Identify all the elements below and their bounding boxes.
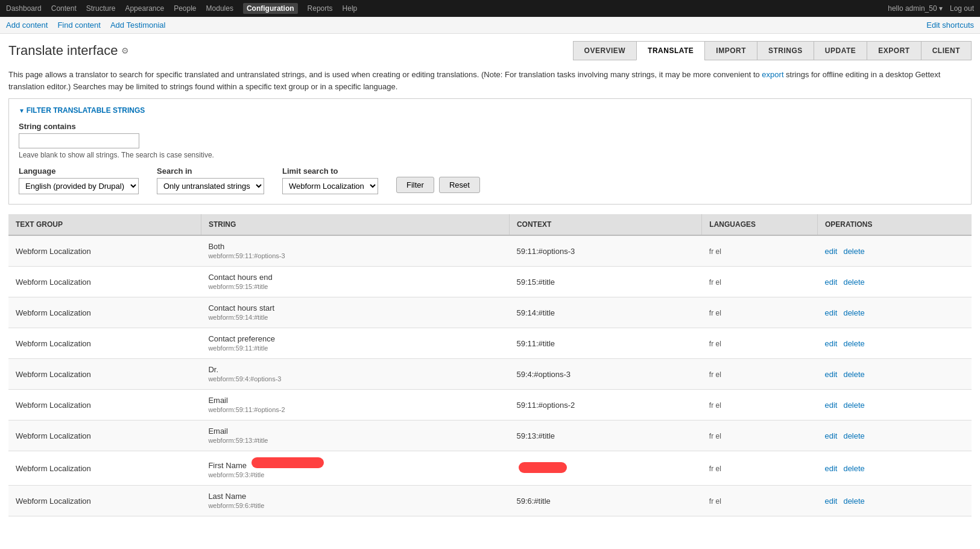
table-row: Webform LocalizationFirst Name webform:5…	[8, 451, 972, 486]
delete-link[interactable]: delete	[843, 308, 864, 317]
strings-table: TEXT GROUP STRING CONTEXT LANGUAGES OPER…	[8, 214, 972, 516]
edit-link[interactable]: edit	[824, 401, 837, 410]
string-main: Last Name	[208, 492, 246, 501]
cell-textgroup: Webform Localization	[8, 267, 201, 297]
string-sub: webform:59:15:#title	[208, 283, 268, 290]
string-main: Both	[208, 242, 224, 251]
tab-translate[interactable]: TRANSLATE	[636, 41, 704, 60]
edit-link[interactable]: edit	[824, 308, 837, 317]
edit-link[interactable]: edit	[824, 464, 837, 473]
string-sub: webform:59:6:#title	[208, 502, 264, 509]
edit-link[interactable]: edit	[824, 431, 837, 440]
filter-section-title[interactable]: FILTER TRANSLATABLE STRINGS	[19, 106, 961, 115]
language-select[interactable]: English (provided by Drupal) French	[19, 178, 139, 194]
delete-link[interactable]: delete	[843, 339, 864, 348]
cell-string: Dr.webform:59:4:#options-3	[201, 359, 509, 390]
edit-link[interactable]: edit	[824, 278, 837, 287]
cell-string: Bothwebform:59:11:#options-3	[201, 235, 509, 267]
table-row: Webform LocalizationLast Namewebform:59:…	[8, 486, 972, 516]
admin-bar-help[interactable]: Help	[343, 4, 358, 13]
tab-overview[interactable]: OVERVIEW	[573, 41, 636, 60]
cell-operations: editdelete	[817, 451, 972, 486]
string-contains-label: String contains	[19, 122, 961, 131]
search-in-label: Search in	[157, 167, 264, 176]
cell-textgroup: Webform Localization	[8, 486, 201, 516]
tab-strings[interactable]: STRINGS	[757, 41, 814, 60]
table-row: Webform LocalizationContact hours startw…	[8, 297, 972, 328]
page-description: This page allows a translator to search …	[0, 60, 980, 98]
edit-shortcuts-link[interactable]: Edit shortcuts	[926, 21, 974, 30]
cell-languages: fr el	[702, 486, 818, 516]
limit-search-select[interactable]: Webform Localization All text groups	[282, 178, 378, 194]
string-contains-input[interactable]	[19, 133, 139, 148]
admin-bar-dashboard[interactable]: Dashboard	[6, 4, 42, 13]
table-row: Webform LocalizationEmailwebform:59:11:#…	[8, 390, 972, 420]
edit-link[interactable]: edit	[824, 370, 837, 379]
lang-tags: fr el	[709, 497, 721, 506]
string-sub: webform:59:13:#title	[208, 437, 268, 444]
admin-bar-configuration[interactable]: Configuration	[243, 3, 298, 14]
add-testimonial-link[interactable]: Add Testimonial	[110, 21, 166, 30]
tab-export[interactable]: EXPORT	[867, 41, 920, 60]
string-sub: webform:59:14:#title	[208, 314, 268, 321]
gear-icon[interactable]: ⚙	[121, 46, 129, 56]
cell-operations: editdelete	[817, 420, 972, 451]
filter-buttons: Filter Reset	[396, 177, 480, 194]
edit-link[interactable]: edit	[824, 339, 837, 348]
delete-link[interactable]: delete	[843, 370, 864, 379]
tab-import[interactable]: IMPORT	[704, 41, 757, 60]
edit-link[interactable]: edit	[824, 247, 837, 256]
tab-client[interactable]: CLIENT	[921, 41, 972, 60]
lang-tags: fr el	[709, 247, 721, 256]
cell-textgroup: Webform Localization	[8, 328, 201, 359]
cell-operations: editdelete	[817, 297, 972, 328]
page-header: Translate interface ⚙ OVERVIEW TRANSLATE…	[0, 34, 980, 60]
admin-bar-modules[interactable]: Modules	[206, 4, 233, 13]
cell-languages: fr el	[702, 267, 818, 297]
delete-link[interactable]: delete	[843, 401, 864, 410]
lang-tags: fr el	[709, 465, 721, 473]
cell-textgroup: Webform Localization	[8, 390, 201, 420]
cell-string: Contact hours startwebform:59:14:#title	[201, 297, 509, 328]
edit-link[interactable]: edit	[824, 497, 837, 506]
admin-logout[interactable]: Log out	[950, 4, 974, 13]
admin-bar-structure[interactable]: Structure	[86, 4, 116, 13]
string-contains-group: String contains Leave blank to show all …	[19, 122, 961, 159]
string-main: Dr.	[208, 365, 218, 374]
admin-bar-content[interactable]: Content	[51, 4, 77, 13]
admin-bar-appearance[interactable]: Appearance	[125, 4, 164, 13]
string-sub: webform:59:11:#options-3	[208, 252, 285, 259]
cell-operations: editdelete	[817, 390, 972, 420]
cell-string: First Name webform:59:3:#title	[201, 451, 509, 486]
cell-string: Contact preferencewebform:59:11:#title	[201, 328, 509, 359]
tab-update[interactable]: UPDATE	[814, 41, 867, 60]
col-header-textgroup: TEXT GROUP	[8, 214, 201, 235]
delete-link[interactable]: delete	[843, 278, 864, 287]
limit-search-group: Limit search to Webform Localization All…	[282, 167, 378, 194]
cell-languages: fr el	[702, 390, 818, 420]
string-sub: webform:59:11:#title	[208, 344, 268, 352]
reset-button[interactable]: Reset	[439, 177, 480, 193]
delete-link[interactable]: delete	[843, 497, 864, 506]
admin-user-label[interactable]: hello admin_50 ▾	[888, 4, 943, 13]
cell-string: Emailwebform:59:11:#options-2	[201, 390, 509, 420]
string-sub: webform:59:11:#options-2	[208, 406, 285, 413]
col-header-context: CONTEXT	[509, 214, 701, 235]
search-in-select[interactable]: Only untranslated strings All strings On…	[157, 178, 264, 194]
add-content-link[interactable]: Add content	[6, 21, 48, 30]
find-content-link[interactable]: Find content	[57, 21, 101, 30]
export-link[interactable]: export	[762, 70, 783, 79]
filter-button[interactable]: Filter	[396, 177, 434, 193]
string-sub: webform:59:4:#options-3	[208, 375, 281, 382]
admin-bar-reports[interactable]: Reports	[308, 4, 333, 13]
admin-bar-people[interactable]: People	[174, 4, 196, 13]
string-main: Contact hours end	[208, 273, 272, 282]
cell-operations: editdelete	[817, 328, 972, 359]
tab-nav: OVERVIEW TRANSLATE IMPORT STRINGS UPDATE…	[573, 41, 972, 60]
delete-link[interactable]: delete	[843, 464, 864, 473]
delete-link[interactable]: delete	[843, 431, 864, 440]
col-header-operations: OPERATIONS	[817, 214, 972, 235]
cell-context: 59:4:#options-3	[509, 359, 701, 390]
cell-textgroup: Webform Localization	[8, 451, 201, 486]
delete-link[interactable]: delete	[843, 247, 864, 256]
